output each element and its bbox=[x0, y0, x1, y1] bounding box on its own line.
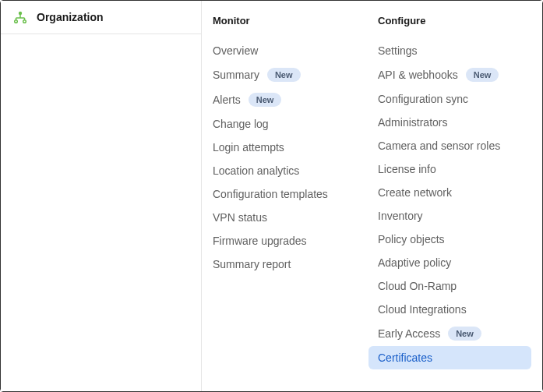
menu-item-label: Administrators bbox=[378, 116, 447, 129]
menu-item-license-info[interactable]: License info bbox=[378, 157, 531, 181]
menu-item-firmware-upgrades[interactable]: Firmware upgrades bbox=[213, 229, 356, 253]
menu-item-label: Alerts bbox=[213, 94, 241, 106]
main-content: Monitor OverviewSummaryNewAlertsNewChang… bbox=[202, 1, 542, 391]
menu-item-label: Login attempts bbox=[213, 141, 284, 154]
sidebar-title: Organization bbox=[37, 11, 104, 23]
menu-item-label: Certificates bbox=[378, 351, 432, 364]
menu-item-api-webhooks[interactable]: API & webhooksNew bbox=[378, 62, 531, 87]
menu-item-label: Configuration sync bbox=[378, 93, 468, 105]
configure-column: Configure SettingsAPI & webhooksNewConfi… bbox=[367, 15, 542, 391]
menu-item-label: Policy objects bbox=[378, 233, 445, 245]
menu-item-create-network[interactable]: Create network bbox=[378, 181, 531, 204]
sidebar-header[interactable]: Organization bbox=[1, 1, 201, 34]
svg-point-6 bbox=[23, 20, 26, 23]
menu-item-label: Adaptive policy bbox=[378, 256, 451, 269]
menu-item-cloud-on-ramp[interactable]: Cloud On-Ramp bbox=[378, 274, 531, 298]
menu-item-policy-objects[interactable]: Policy objects bbox=[378, 228, 531, 251]
menu-item-label: Camera and sensor roles bbox=[378, 139, 500, 152]
menu-item-label: VPN status bbox=[213, 211, 267, 224]
menu-item-label: Cloud On-Ramp bbox=[378, 280, 457, 292]
menu-item-label: Change log bbox=[213, 118, 269, 130]
menu-item-inventory[interactable]: Inventory bbox=[378, 204, 531, 228]
menu-item-vpn-status[interactable]: VPN status bbox=[213, 206, 356, 229]
menu-item-configuration-templates[interactable]: Configuration templates bbox=[213, 182, 356, 206]
new-badge: New bbox=[448, 327, 481, 341]
menu-item-overview[interactable]: Overview bbox=[213, 39, 356, 62]
new-badge: New bbox=[466, 68, 499, 82]
menu-item-settings[interactable]: Settings bbox=[378, 39, 531, 62]
menu-item-camera-and-sensor-roles[interactable]: Camera and sensor roles bbox=[378, 134, 531, 157]
column-header-configure: Configure bbox=[378, 15, 531, 26]
menu-item-location-analytics[interactable]: Location analytics bbox=[213, 159, 356, 182]
menu-item-label: Inventory bbox=[378, 210, 423, 222]
menu-item-certificates[interactable]: Certificates bbox=[368, 346, 531, 369]
column-header-monitor: Monitor bbox=[213, 15, 356, 26]
monitor-column: Monitor OverviewSummaryNewAlertsNewChang… bbox=[202, 15, 367, 391]
monitor-items: OverviewSummaryNewAlertsNewChange logLog… bbox=[213, 39, 356, 276]
svg-point-5 bbox=[15, 20, 18, 23]
menu-item-change-log[interactable]: Change log bbox=[213, 112, 356, 136]
menu-item-summary[interactable]: SummaryNew bbox=[213, 62, 356, 87]
menu-item-early-access[interactable]: Early AccessNew bbox=[378, 321, 531, 346]
menu-item-label: Location analytics bbox=[213, 164, 299, 177]
menu-item-administrators[interactable]: Administrators bbox=[378, 111, 531, 134]
menu-item-cloud-integrations[interactable]: Cloud Integrations bbox=[378, 298, 531, 321]
menu-item-label: Settings bbox=[378, 44, 418, 57]
svg-point-0 bbox=[19, 12, 22, 15]
menu-item-label: Firmware upgrades bbox=[213, 235, 307, 247]
menu-item-label: Early Access bbox=[378, 327, 440, 340]
menu-item-adaptive-policy[interactable]: Adaptive policy bbox=[378, 251, 531, 274]
menu-item-label: Summary report bbox=[213, 258, 291, 270]
sidebar: Organization bbox=[1, 1, 202, 391]
app-container: Organization Monitor OverviewSummaryNewA… bbox=[0, 0, 543, 392]
menu-item-label: License info bbox=[378, 163, 436, 175]
menu-item-label: Create network bbox=[378, 186, 452, 199]
menu-item-label: Summary bbox=[213, 69, 259, 81]
menu-item-login-attempts[interactable]: Login attempts bbox=[213, 136, 356, 159]
organization-icon bbox=[13, 10, 27, 24]
menu-item-label: Configuration templates bbox=[213, 188, 328, 200]
menu-item-configuration-sync[interactable]: Configuration sync bbox=[378, 87, 531, 111]
menu-item-label: Cloud Integrations bbox=[378, 303, 467, 316]
new-badge: New bbox=[267, 68, 301, 82]
configure-items: SettingsAPI & webhooksNewConfiguration s… bbox=[378, 39, 531, 369]
new-badge: New bbox=[249, 93, 282, 107]
menu-item-label: Overview bbox=[213, 44, 258, 57]
menu-item-label: API & webhooks bbox=[378, 69, 458, 81]
menu-item-alerts[interactable]: AlertsNew bbox=[213, 87, 356, 112]
menu-item-summary-report[interactable]: Summary report bbox=[213, 253, 356, 276]
